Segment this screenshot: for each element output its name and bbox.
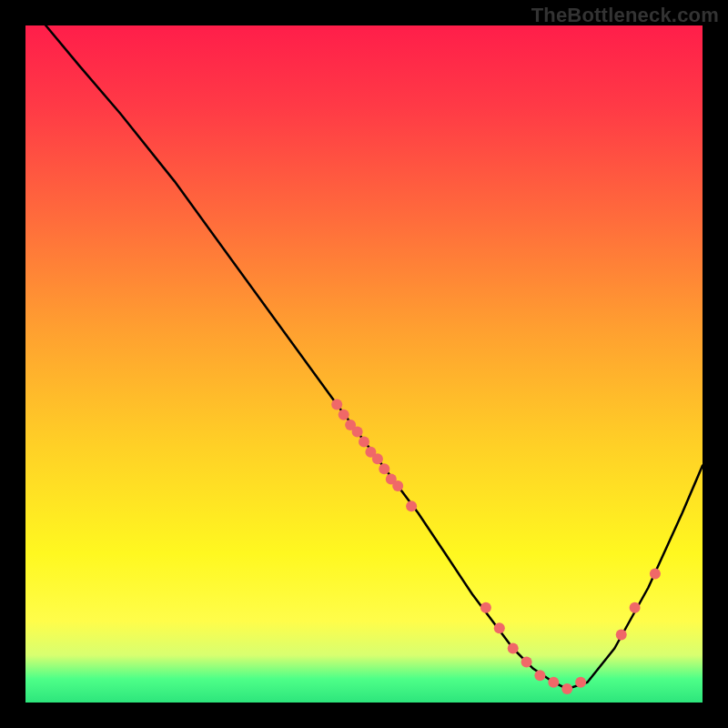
- curve-overlay: [25, 25, 703, 703]
- chart-container: TheBottleneck.com: [0, 0, 728, 728]
- marker-point: [494, 622, 505, 633]
- marker-point: [650, 569, 661, 580]
- marker-point: [521, 656, 532, 667]
- marker-point: [630, 602, 641, 613]
- marker-point: [352, 426, 363, 437]
- marker-point: [534, 670, 545, 681]
- marker-point: [575, 677, 586, 688]
- marker-point: [406, 500, 417, 511]
- bottleneck-curve: [25, 25, 703, 689]
- plot-area: [25, 25, 703, 703]
- marker-point: [392, 480, 403, 491]
- marker-point: [616, 630, 627, 641]
- marker-point: [548, 677, 559, 688]
- marker-point: [339, 410, 349, 420]
- watermark-label: TheBottleneck.com: [531, 4, 719, 27]
- marker-point: [508, 643, 519, 654]
- marker-point: [359, 437, 369, 448]
- marker-point: [379, 463, 389, 474]
- marker-point: [561, 683, 572, 694]
- marker-point: [372, 453, 383, 464]
- marker-group: [331, 399, 661, 694]
- marker-point: [331, 399, 342, 410]
- marker-point: [480, 602, 491, 613]
